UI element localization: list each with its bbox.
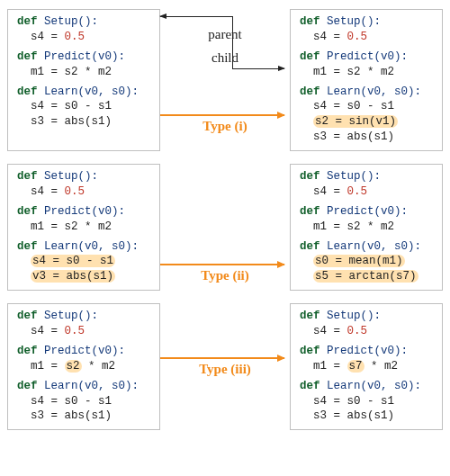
fn-learn: Learn(v0, s0):: [44, 85, 139, 98]
code-text: s4 =: [31, 31, 65, 43]
code-text: s3 = abs(s1): [31, 115, 112, 128]
middle-column-3: Type (iii): [160, 303, 290, 430]
kw-def: def: [17, 15, 38, 28]
replaced-line: s4 = s0 - s1: [31, 255, 115, 267]
fn-setup: Setup():: [44, 15, 98, 28]
mutation-row-1: def Setup(): s4 = 0.5 def Predict(v0): m…: [7, 9, 443, 151]
arrow-type-1: [160, 114, 284, 116]
changed-token: s7: [347, 360, 364, 373]
code-text: m1 = s2 * m2: [31, 66, 112, 78]
label-type-2: Type (ii): [201, 266, 248, 284]
code-num: 0.5: [65, 31, 86, 43]
middle-column-2: Type (ii): [160, 164, 290, 291]
mutation-row-3: def Setup(): s4 = 0.5 def Predict(v0): m…: [7, 303, 443, 430]
code-box-left-3: def Setup(): s4 = 0.5 def Predict(v0): m…: [7, 303, 160, 430]
code-box-left-2: def Setup(): s4 = 0.5 def Predict(v0): m…: [7, 164, 160, 291]
code-box-left-1: def Setup(): s4 = 0.5 def Predict(v0): m…: [7, 9, 160, 151]
arrow-type-3: [160, 357, 284, 359]
label-type-1: Type (i): [202, 117, 247, 135]
label-type-3: Type (iii): [199, 360, 251, 378]
code-box-right-2: def Setup(): s4 = 0.5 def Predict(v0): m…: [290, 164, 443, 291]
arrow-type-2: [160, 264, 284, 265]
changed-token: s2: [65, 360, 82, 373]
fn-predict: Predict(v0):: [44, 50, 125, 63]
code-text: s4 = s0 - s1: [31, 100, 112, 112]
mutation-row-2: def Setup(): s4 = 0.5 def Predict(v0): m…: [7, 164, 443, 291]
replaced-line: v3 = abs(s1): [31, 270, 115, 283]
replaced-line: s0 = mean(m1): [313, 255, 405, 267]
arrow-parent: [160, 16, 232, 17]
code-box-right-3: def Setup(): s4 = 0.5 def Predict(v0): m…: [290, 303, 443, 430]
label-child: child: [212, 49, 238, 67]
label-parent: parent: [208, 25, 241, 43]
code-box-right-1: def Setup(): s4 = 0.5 def Predict(v0): m…: [290, 9, 443, 151]
inserted-line: s2 = sin(v1): [313, 115, 398, 128]
replaced-line: s5 = arctan(s7): [313, 270, 418, 283]
arrow-child: [232, 68, 284, 69]
middle-column-1: parent child Type (i): [160, 9, 290, 151]
